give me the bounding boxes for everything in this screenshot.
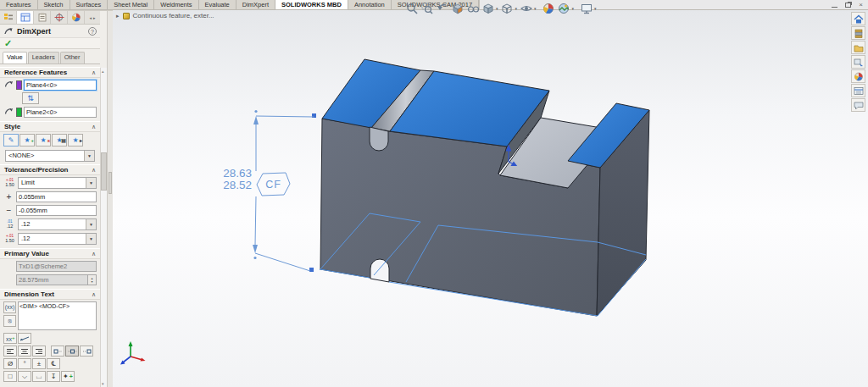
- tab-sketch[interactable]: Sketch: [38, 0, 70, 9]
- counterbore-symbol-button[interactable]: ⌴: [32, 371, 46, 382]
- view-settings-dropdown-arrow[interactable]: ▾: [594, 6, 597, 11]
- text-position-right-button[interactable]: [80, 346, 93, 357]
- value-spinner[interactable]: ▴▾: [88, 274, 97, 285]
- display-style-dropdown-arrow[interactable]: ▾: [515, 6, 518, 11]
- tolerance-precision-dropdown[interactable]: .12 ▼: [18, 233, 97, 245]
- tab-solidworks-mbd[interactable]: SOLIDWORKS MBD: [275, 0, 348, 9]
- centerline-symbol-button[interactable]: ℄: [47, 358, 60, 369]
- dropdown-arrow-icon[interactable]: ▼: [84, 151, 94, 161]
- tab-evaluate[interactable]: Evaluate: [199, 0, 236, 9]
- dimension-leader-button[interactable]: [18, 333, 31, 344]
- dropdown-arrow-icon[interactable]: ▼: [86, 178, 96, 188]
- inspection-dimension-button[interactable]: ⦻: [3, 315, 16, 327]
- collapse-chevron-icon[interactable]: ∧: [92, 291, 96, 298]
- delete-style-button[interactable]: ★x: [36, 134, 51, 147]
- diameter-symbol-button[interactable]: Ø: [3, 358, 17, 369]
- section-reference-features[interactable]: Reference Features ∧: [0, 67, 100, 78]
- tab-leaders[interactable]: Leaders: [28, 52, 59, 64]
- dropdown-arrow-icon[interactable]: ▼: [86, 234, 96, 244]
- plane1-field[interactable]: Plane4<0>: [24, 80, 97, 91]
- panel-splitter[interactable]: [107, 11, 113, 387]
- dynamic-annotation-views-button[interactable]: [465, 2, 480, 15]
- dimension-text-input[interactable]: [18, 301, 97, 330]
- collapse-chevron-icon[interactable]: ∧: [92, 167, 96, 174]
- more-symbols-button[interactable]: ✦+: [61, 371, 75, 382]
- dimxpert-manager-tab[interactable]: [51, 11, 68, 24]
- help-icon[interactable]: ?: [88, 27, 97, 36]
- view-settings-button[interactable]: [579, 2, 593, 15]
- tab-surfaces[interactable]: Surfaces: [70, 0, 108, 9]
- breadcrumb[interactable]: ▸ Continuous feature, exter...: [116, 11, 214, 20]
- degree-symbol-button[interactable]: °: [18, 358, 31, 369]
- text-position-left-button[interactable]: [51, 346, 64, 357]
- scroll-down-icon[interactable]: ▾: [102, 381, 104, 386]
- manager-tab-overflow[interactable]: ◂▸: [85, 11, 100, 24]
- close-button[interactable]: ×: [859, 2, 863, 8]
- justify-center-button[interactable]: [18, 346, 31, 357]
- configuration-manager-tab[interactable]: [34, 11, 51, 24]
- solidworks-resources-button[interactable]: [851, 12, 865, 25]
- style-preset-dropdown[interactable]: <NONE> ▼: [5, 150, 95, 162]
- design-library-button[interactable]: [851, 26, 865, 40]
- section-view-button[interactable]: [450, 2, 465, 15]
- section-tolerance-precision[interactable]: Tolerance/Precision ∧: [0, 164, 100, 175]
- tab-other[interactable]: Other: [60, 52, 85, 64]
- add-value-button[interactable]: xx+: [3, 333, 17, 344]
- splitter-grip[interactable]: [108, 172, 112, 194]
- view-orientation-dropdown-arrow[interactable]: ▾: [496, 6, 498, 11]
- add-style-button[interactable]: ★+: [19, 134, 35, 147]
- zoom-to-area-button[interactable]: [420, 2, 434, 15]
- collapse-chevron-icon[interactable]: ∧: [92, 251, 96, 257]
- tab-weldments[interactable]: Weldments: [154, 0, 198, 9]
- minimize-button[interactable]: [832, 3, 837, 8]
- plus-minus-symbol-button[interactable]: ±: [32, 358, 46, 369]
- apply-default-style-button[interactable]: ✎: [3, 134, 19, 147]
- tab-annotation[interactable]: Annotation: [348, 0, 392, 9]
- hide-show-items-button[interactable]: [519, 2, 533, 15]
- tolerance-plus-field[interactable]: 0.055mm: [16, 191, 97, 202]
- view-palette-button[interactable]: [851, 55, 865, 69]
- custom-properties-button[interactable]: [851, 84, 865, 97]
- feature-manager-tab[interactable]: [0, 11, 17, 24]
- justify-right-button[interactable]: [32, 346, 46, 357]
- justify-left-button[interactable]: [3, 346, 17, 357]
- panel-scrollbar[interactable]: ▴ ▾: [100, 68, 107, 387]
- apply-scene-button[interactable]: [557, 2, 571, 15]
- zoom-to-fit-button[interactable]: [404, 2, 419, 15]
- collapse-chevron-icon[interactable]: ∧: [92, 124, 96, 130]
- add-parenthesis-button[interactable]: (xx): [3, 301, 16, 313]
- tab-value[interactable]: Value: [3, 52, 27, 64]
- apply-scene-dropdown-arrow[interactable]: ▾: [572, 6, 575, 11]
- file-explorer-button[interactable]: [851, 41, 865, 54]
- square-symbol-button[interactable]: □: [3, 371, 17, 382]
- display-style-button[interactable]: [500, 2, 515, 15]
- section-dimension-text[interactable]: Dimension Text ∧: [0, 289, 100, 300]
- appearances-scenes-button[interactable]: [851, 69, 865, 83]
- restore-button[interactable]: [845, 3, 851, 8]
- expand-arrow-icon[interactable]: ▸: [116, 13, 120, 19]
- property-manager-tab[interactable]: [17, 11, 34, 24]
- previous-view-button[interactable]: [435, 2, 449, 15]
- display-manager-tab[interactable]: [68, 11, 85, 24]
- depth-symbol-button[interactable]: ↧: [47, 371, 60, 382]
- text-position-center-button[interactable]: [65, 346, 79, 357]
- unit-precision-dropdown[interactable]: .12 ▼: [18, 218, 97, 230]
- load-style-button[interactable]: ★▸: [68, 134, 83, 147]
- scroll-up-icon[interactable]: ▴: [102, 69, 104, 74]
- ok-button[interactable]: ✓: [4, 39, 12, 48]
- tolerance-type-dropdown[interactable]: Limit ▼: [18, 177, 97, 189]
- tab-dimxpert[interactable]: DimXpert: [236, 0, 275, 9]
- graphics-area[interactable]: [113, 10, 868, 387]
- collapse-chevron-icon[interactable]: ∧: [92, 69, 96, 76]
- tab-sheet-metal[interactable]: Sheet Metal: [108, 0, 154, 9]
- hide-show-dropdown-arrow[interactable]: ▾: [534, 6, 537, 11]
- dropdown-arrow-icon[interactable]: ▼: [86, 219, 96, 229]
- scrollbar-thumb[interactable]: [101, 152, 107, 191]
- section-primary-value[interactable]: Primary Value ∧: [0, 248, 100, 259]
- countersink-symbol-button[interactable]: ⌵: [18, 371, 31, 382]
- tolerance-minus-field[interactable]: -0.055mm: [16, 205, 97, 216]
- plane2-field[interactable]: Plane2<0>: [24, 107, 97, 118]
- solidworks-forum-button[interactable]: [851, 98, 865, 112]
- edit-appearance-button[interactable]: [542, 2, 556, 15]
- tab-features[interactable]: Features: [0, 0, 38, 9]
